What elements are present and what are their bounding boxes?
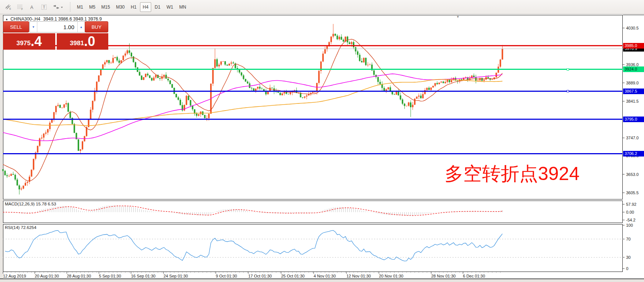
candle-body — [231, 62, 232, 63]
timeframe-button-mn[interactable]: MN — [177, 2, 189, 12]
macd-scale-label: 57.92 — [626, 202, 637, 207]
sell-button[interactable]: SELL — [3, 21, 29, 32]
price-badge-3867.5: 3867.5 — [623, 89, 644, 94]
candle-body — [414, 99, 416, 105]
collapse-trade-panel-icon[interactable]: ▲ — [5, 18, 8, 21]
candle-body — [491, 79, 493, 80]
candle-body — [487, 77, 489, 78]
equidistant-channel-icon[interactable]: E — [3, 2, 14, 12]
date-axis-label: 20 Aug 01:30 — [35, 274, 59, 278]
arrange-objects-dropdown-icon[interactable] — [50, 2, 65, 12]
rsi-scale-label: 100 — [626, 223, 633, 227]
volume-input[interactable] — [37, 22, 77, 32]
candle-body — [445, 82, 446, 83]
candle-body — [243, 75, 244, 79]
svg-text:F: F — [21, 8, 23, 10]
candle-body — [186, 96, 187, 105]
candle-body — [100, 70, 102, 75]
candle-body — [127, 50, 128, 53]
candle-body — [96, 82, 97, 91]
candle-body — [426, 88, 428, 90]
candle-body — [74, 124, 75, 133]
candle-body — [281, 93, 283, 95]
candle-body — [78, 139, 79, 151]
candle-body — [133, 56, 134, 62]
candle-body — [149, 75, 150, 78]
timeframe-button-m5[interactable]: M5 — [87, 2, 98, 12]
candle-body — [347, 37, 348, 42]
timeframe-button-d1[interactable]: D1 — [152, 2, 163, 12]
candle-body — [420, 96, 421, 98]
candle-body — [147, 74, 149, 75]
candle-body — [383, 88, 385, 91]
candle-body — [171, 84, 173, 88]
candle-body — [94, 91, 96, 101]
volume-increase-icon[interactable]: ▲ — [77, 22, 85, 32]
line-handle[interactable] — [567, 90, 569, 92]
candle-body — [265, 91, 267, 94]
candle-body — [82, 141, 83, 149]
line-handle[interactable] — [567, 68, 569, 71]
candle-body — [135, 62, 136, 67]
candle-body — [184, 105, 185, 111]
date-axis-label: 9 Oct 01:30 — [216, 274, 237, 278]
candle-body — [351, 42, 352, 44]
candle-body — [324, 49, 326, 54]
sell-price-tile[interactable]: 3975.4 — [3, 33, 55, 50]
timeframe-button-w1[interactable]: W1 — [164, 2, 176, 12]
date-axis-label: 6 Dec 01:30 — [463, 274, 485, 278]
volume-decrease-icon[interactable]: ▼ — [30, 22, 37, 32]
candle-body — [204, 115, 206, 118]
candle-body — [247, 81, 248, 83]
candle-body — [349, 42, 350, 44]
candle-body — [339, 37, 340, 39]
buy-price-tile[interactable]: 3981.0 — [57, 33, 108, 50]
candle-body — [43, 134, 44, 138]
candle-body — [442, 81, 444, 83]
date-axis-label: 20 Nov 01:30 — [379, 274, 403, 278]
candle-body — [196, 114, 197, 115]
candle-body — [224, 61, 226, 65]
buy-price-int: 3981 — [70, 40, 84, 47]
candle-body — [271, 88, 273, 89]
candle-body — [122, 56, 124, 60]
candle-body — [302, 97, 304, 98]
candle-body — [318, 71, 320, 83]
candle-body — [98, 75, 100, 82]
candle-body — [502, 49, 503, 60]
candle-body — [283, 92, 285, 93]
candle-body — [479, 78, 481, 81]
candle-body — [208, 114, 209, 118]
buy-price-dec: .0 — [84, 35, 95, 48]
candle-body — [500, 59, 501, 66]
timeframe-button-h4[interactable]: H4 — [140, 2, 151, 12]
candle-body — [25, 183, 26, 186]
candle-body — [169, 80, 171, 84]
candle-body — [155, 75, 157, 77]
timeframe-button-m1[interactable]: M1 — [74, 2, 86, 12]
toolbar-drag-handle[interactable] — [69, 2, 72, 12]
timeframe-button-m30[interactable]: M30 — [113, 2, 127, 12]
candle-body — [406, 106, 407, 106]
ohlc-values: 3949.1 3986.6 3949.1 3976.9 — [43, 16, 102, 22]
candle-body — [314, 92, 315, 92]
candle-body — [330, 37, 332, 42]
candle-body — [441, 81, 442, 83]
timeframe-button-h1[interactable]: H1 — [128, 2, 139, 12]
timeframe-button-m15[interactable]: M15 — [99, 2, 112, 12]
candle-body — [343, 40, 344, 41]
candle-body — [451, 80, 452, 82]
price-badge-3985.0: 3985.0 — [623, 43, 644, 49]
candle-body — [422, 94, 424, 98]
candle-body — [61, 108, 63, 108]
candle-body — [31, 170, 32, 177]
text-label-icon[interactable]: A — [27, 2, 38, 12]
fibonacci-retracement-icon[interactable]: F — [15, 2, 26, 12]
price-axis-label: 4030.5 — [626, 25, 639, 31]
buy-button[interactable]: BUY — [85, 21, 108, 32]
candle-body — [359, 55, 361, 61]
svg-text:A: A — [30, 4, 34, 10]
candle-body — [377, 77, 379, 82]
text-tool-icon[interactable]: T — [38, 2, 50, 12]
candle-body — [37, 146, 38, 152]
